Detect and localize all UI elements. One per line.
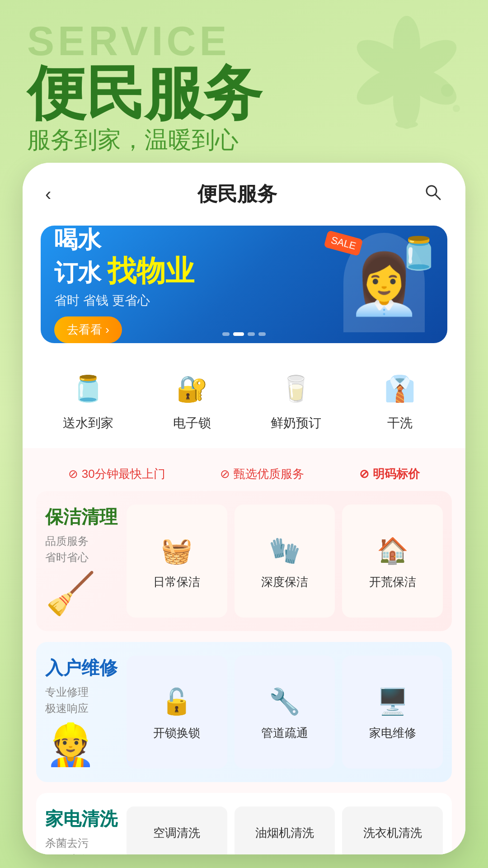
quick-service-label-2: 鲜奶预订 — [271, 415, 321, 432]
quick-services-row: 🫙 送水到家 🔐 电子锁 🥛 鲜奶预订 👔 干洗 — [23, 352, 465, 448]
plumbing-icon: 🔧 — [267, 684, 303, 720]
appliance-wash-section: 家电清洗 杀菌去污 深层洁净 🧑‍🔧 空调清洗 油烟机清洗 洗衣机 — [36, 793, 452, 854]
svg-line-12 — [436, 195, 440, 199]
dot-3 — [248, 332, 255, 336]
services-container: ⊘ 30分钟最快上门 ⊘ 甄选优质服务 ⊘ 明码标价 保洁清理 品质服务 省时省… — [23, 448, 465, 854]
phone-frame: ‹ 便民服务 喝水 订水 找物业 省时 省钱 更省心 去看看 › 👩‍� — [23, 163, 465, 854]
deep-cleaning-icon: 🧤 — [267, 533, 303, 569]
move-in-cleaning-label: 开荒保洁 — [369, 574, 416, 590]
bg-decoration-icon — [343, 9, 470, 137]
deep-cleaning-label: 深度保洁 — [261, 574, 308, 590]
banner-dots — [222, 332, 266, 336]
trust-badge-speed: ⊘ 30分钟最快上门 — [68, 466, 165, 482]
background-header: SERVICE 便民服务 服务到家，温暖到心 — [0, 0, 488, 190]
back-button[interactable]: ‹ — [45, 184, 51, 204]
quick-service-dry-clean[interactable]: 👔 干洗 — [348, 361, 452, 439]
locksmith-icon: 🔓 — [159, 684, 195, 720]
bg-title: 便民服务 — [27, 54, 262, 134]
plumbing-label: 管道疏通 — [261, 725, 308, 741]
cleaning-section: 保洁清理 品质服务 省时省心 🧹 🧺 日常保洁 🧤 深度保洁 — [36, 491, 452, 631]
quick-service-milk[interactable]: 🥛 鲜奶预订 — [244, 361, 348, 439]
appliance-wash-title: 家电清洗 — [45, 807, 117, 831]
water-bottle-icon: 🫙 — [399, 235, 438, 272]
cleaning-person-icon: 🧹 — [45, 570, 117, 618]
move-in-cleaning-tile[interactable]: 🏠 开荒保洁 — [342, 505, 443, 618]
cleaning-section-desc: 品质服务 省时省心 — [45, 533, 117, 566]
cleaning-section-title: 保洁清理 — [45, 505, 117, 529]
trust-badge-price-label: 明码标价 — [373, 466, 420, 482]
dot-1 — [222, 332, 230, 336]
bg-subtitle: 服务到家，温暖到心 — [27, 124, 239, 156]
deep-cleaning-tile[interactable]: 🧤 深度保洁 — [235, 505, 335, 618]
appliance-repair-tile[interactable]: 🖥️ 家电维修 — [342, 656, 443, 769]
trust-badges: ⊘ 30分钟最快上门 ⊘ 甄选优质服务 ⊘ 明码标价 — [36, 457, 452, 491]
cleaning-services-grid: 🧺 日常保洁 🧤 深度保洁 🏠 开荒保洁 — [127, 505, 443, 618]
daily-cleaning-label: 日常保洁 — [153, 574, 200, 590]
electronic-lock-icon: 🔐 — [172, 368, 212, 409]
ac-cleaning-tile[interactable]: 空调清洗 — [127, 807, 227, 854]
locksmith-tile[interactable]: 🔓 开锁换锁 — [127, 656, 227, 769]
appliance-services-grid: 空调清洗 油烟机清洗 洗衣机清洗 热水器清洗 冰箱清洗 地暖 — [127, 807, 443, 854]
dot-4 — [258, 332, 266, 336]
banner-main-text: 喝水 订水 找物业 — [54, 226, 334, 288]
repair-section: 入户维修 专业修理 极速响应 👷 🔓 开锁换锁 🔧 管道疏通 — [36, 642, 452, 782]
svg-rect-7 — [405, 72, 408, 127]
search-button[interactable] — [423, 182, 443, 206]
trust-badge-speed-label: 30分钟最快上门 — [82, 466, 165, 482]
promo-banner[interactable]: 喝水 订水 找物业 省时 省钱 更省心 去看看 › 👩‍💼 SALE 🫙 — [41, 226, 447, 343]
washer-cleaning-label: 洗衣机清洗 — [363, 825, 422, 841]
appliance-repair-label: 家电维修 — [369, 725, 416, 741]
svg-point-8 — [395, 121, 418, 128]
range-hood-tile[interactable]: 油烟机清洗 — [235, 807, 335, 854]
water-delivery-icon: 🫙 — [68, 368, 108, 409]
dot-2 — [233, 332, 244, 336]
quick-service-water[interactable]: 🫙 送水到家 — [36, 361, 140, 439]
banner-sub-text: 省时 省钱 更省心 — [54, 292, 334, 309]
milk-delivery-icon: 🥛 — [276, 368, 316, 409]
daily-cleaning-tile[interactable]: 🧺 日常保洁 — [127, 505, 227, 618]
cleaning-section-info: 保洁清理 品质服务 省时省心 🧹 — [45, 505, 117, 618]
trust-badge-quality-label: 甄选优质服务 — [234, 466, 304, 482]
repair-section-info: 入户维修 专业修理 极速响应 👷 — [45, 656, 117, 769]
trust-badge-price: ⊘ 明码标价 — [359, 466, 420, 482]
appliance-repair-icon: 🖥️ — [375, 684, 411, 720]
ac-cleaning-label: 空调清洗 — [153, 825, 200, 841]
trust-badge-quality: ⊘ 甄选优质服务 — [220, 466, 304, 482]
quick-service-label-0: 送水到家 — [63, 415, 113, 432]
move-in-cleaning-icon: 🏠 — [375, 533, 411, 569]
repair-services-grid: 🔓 开锁换锁 🔧 管道疏通 🖥️ 家电维修 — [127, 656, 443, 769]
plumbing-tile[interactable]: 🔧 管道疏通 — [235, 656, 335, 769]
range-hood-label: 油烟机清洗 — [255, 825, 314, 841]
page-title: 便民服务 — [197, 181, 277, 208]
dry-clean-icon: 👔 — [380, 368, 420, 409]
repair-section-desc: 专业修理 极速响应 — [45, 684, 117, 717]
washer-cleaning-tile[interactable]: 洗衣机清洗 — [342, 807, 443, 854]
app-header: ‹ 便民服务 — [23, 163, 465, 217]
svg-point-9 — [441, 84, 454, 97]
locksmith-label: 开锁换锁 — [153, 725, 200, 741]
repair-section-title: 入户维修 — [45, 656, 117, 680]
quick-service-label-1: 电子锁 — [173, 415, 211, 432]
daily-cleaning-icon: 🧺 — [159, 533, 195, 569]
banner-cta-button[interactable]: 去看看 › — [54, 316, 122, 343]
quick-service-lock[interactable]: 🔐 电子锁 — [140, 361, 244, 439]
appliance-wash-info: 家电清洗 杀菌去污 深层洁净 🧑‍🔧 — [45, 807, 117, 854]
quick-service-label-3: 干洗 — [387, 415, 413, 432]
repair-person-icon: 👷 — [45, 721, 117, 769]
svg-point-11 — [427, 186, 436, 196]
appliance-wash-desc: 杀菌去污 深层洁净 — [45, 835, 117, 854]
svg-point-10 — [453, 105, 460, 112]
banner-text: 喝水 订水 找物业 省时 省钱 更省心 去看看 › — [54, 226, 334, 343]
